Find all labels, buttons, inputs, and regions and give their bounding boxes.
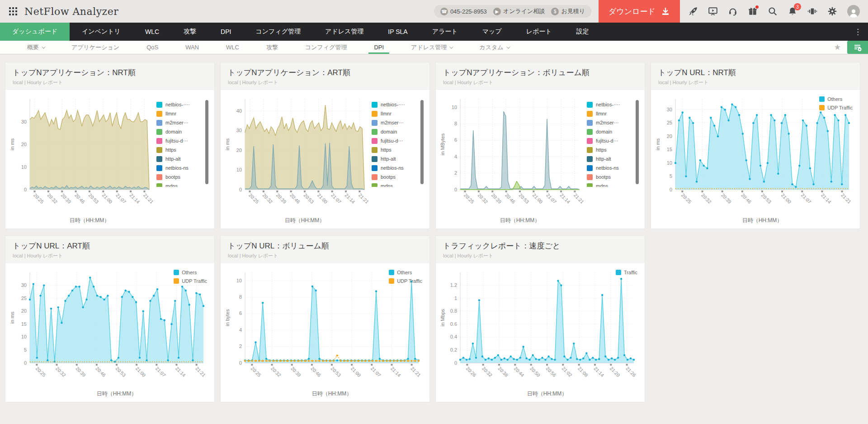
main-nav-item-2[interactable]: WLC: [133, 23, 171, 41]
legend-item[interactable]: mdns: [156, 181, 210, 187]
rocket-icon[interactable]: [688, 6, 698, 16]
nav-more-icon[interactable]: ⋮: [848, 23, 868, 41]
svg-text:in MBytes: in MBytes: [440, 133, 445, 155]
chart-title: トップN URL：ART順: [13, 241, 207, 251]
legend-item[interactable]: netbios-ns: [587, 163, 640, 172]
legend-item[interactable]: m2mser···: [372, 118, 425, 127]
legend-swatch: [372, 102, 377, 108]
legend-item[interactable]: llmnr: [156, 109, 210, 118]
legend-item[interactable]: http-alt: [156, 154, 210, 163]
sub-nav-item-4[interactable]: WLC: [212, 41, 253, 54]
legend-item[interactable]: Others: [174, 270, 207, 275]
sub-nav-item-8[interactable]: アドレス管理: [397, 41, 466, 54]
main-nav-item-7[interactable]: IP SLA: [376, 23, 420, 41]
legend-item[interactable]: m2mser···: [587, 118, 640, 127]
main-nav-item-1[interactable]: インベントリ: [70, 23, 133, 41]
legend-item[interactable]: mdns: [372, 181, 425, 187]
legend-item[interactable]: UDP Traffic: [389, 278, 422, 284]
gear-icon[interactable]: [827, 6, 837, 16]
legend-item[interactable]: bootps: [156, 172, 210, 181]
legend-scrollbar[interactable]: [636, 100, 639, 184]
favorite-star-icon[interactable]: ★: [834, 43, 841, 52]
phone-contact[interactable]: ☎ 045-225-8953: [440, 8, 487, 15]
svg-text:日時（HH:MM）: 日時（HH:MM）: [742, 217, 783, 224]
legend-scrollbar[interactable]: [420, 100, 424, 184]
sub-nav-item-3[interactable]: WAN: [172, 41, 212, 54]
download-button[interactable]: ダウンロード: [599, 0, 680, 23]
legend-swatch: [156, 120, 162, 126]
legend-item[interactable]: UDP Traffic: [819, 105, 853, 110]
legend-item[interactable]: netbios-ns: [156, 163, 210, 172]
apps-grid-icon[interactable]: [8, 6, 18, 16]
main-nav-item-5[interactable]: コンフィグ管理: [243, 23, 313, 41]
main-nav-item-6[interactable]: アドレス管理: [313, 23, 376, 41]
svg-text:20:25: 20:25: [248, 192, 260, 205]
legend-item[interactable]: llmnr: [587, 109, 640, 118]
add-dashboard-button[interactable]: [847, 41, 868, 54]
svg-text:21:14: 21:14: [559, 192, 571, 205]
legend-item[interactable]: netbios-····: [372, 100, 425, 109]
sub-nav-item-5[interactable]: 攻撃: [253, 41, 292, 54]
chart-legend: Traffic: [616, 270, 637, 275]
legend-item[interactable]: mdns: [587, 181, 640, 187]
legend-item[interactable]: https: [587, 145, 640, 154]
main-nav-item-8[interactable]: アラート: [420, 23, 470, 41]
legend-item[interactable]: https: [372, 145, 425, 154]
presentation-icon[interactable]: [708, 6, 718, 16]
svg-text:日時（HH:MM）: 日時（HH:MM）: [312, 391, 352, 397]
legend-item[interactable]: bootps: [587, 172, 640, 181]
sub-nav-item-9[interactable]: カスタム: [466, 41, 522, 54]
legend-item[interactable]: m2mser···: [156, 118, 210, 127]
legend-item[interactable]: http-alt: [372, 154, 425, 163]
chart-canvas: 20:2520:3220:3920:4620:5321:0021:0721:14…: [223, 93, 369, 225]
online-consult-link[interactable]: ▶ オンライン相談: [493, 7, 545, 15]
legend-item[interactable]: netbios-····: [156, 100, 210, 109]
legend-item[interactable]: bootps: [372, 172, 425, 181]
carousel-icon[interactable]: [807, 6, 817, 16]
legend-item[interactable]: netbios-ns: [372, 163, 425, 172]
main-nav-item-3[interactable]: 攻撃: [171, 23, 208, 41]
contact-pill: ☎ 045-225-8953 ▶ オンライン相談 $ お見積り: [434, 5, 591, 18]
legend-item[interactable]: domain: [587, 127, 640, 136]
main-nav-item-11[interactable]: 設定: [564, 23, 601, 41]
avatar[interactable]: [847, 5, 860, 18]
legend-label: Others: [827, 96, 842, 102]
sub-nav-item-7[interactable]: DPI: [360, 41, 397, 54]
legend-item[interactable]: Others: [389, 270, 422, 275]
legend-item[interactable]: netbios-····: [587, 100, 640, 109]
sub-nav-item-0[interactable]: 概要: [14, 41, 58, 54]
chart-canvas: 20:2520:3220:3920:4620:5321:0021:0721:14…: [223, 266, 423, 398]
headset-icon[interactable]: [728, 6, 738, 16]
legend-item[interactable]: fujitsu-d···: [372, 136, 425, 145]
svg-text:20:32: 20:32: [262, 192, 274, 205]
sub-nav-item-2[interactable]: QoS: [133, 41, 172, 54]
legend-item[interactable]: fujitsu-d···: [156, 136, 210, 145]
legend-label: llmnr: [165, 111, 176, 116]
svg-text:20:50: 20:50: [529, 366, 541, 378]
svg-text:日時（HH:MM）: 日時（HH:MM）: [500, 217, 540, 224]
legend-item[interactable]: https: [156, 145, 210, 154]
main-nav-item-10[interactable]: レポート: [514, 23, 564, 41]
legend-item[interactable]: llmnr: [372, 109, 425, 118]
gift-icon[interactable]: [748, 6, 758, 16]
main-nav-item-9[interactable]: マップ: [470, 23, 514, 41]
svg-text:6: 6: [239, 310, 242, 316]
legend-item[interactable]: domain: [156, 127, 210, 136]
legend-item[interactable]: Others: [819, 96, 853, 102]
svg-text:20:38: 20:38: [497, 366, 509, 378]
sub-nav-item-1[interactable]: アプリケーション: [58, 41, 133, 54]
svg-text:0.2: 0.2: [450, 347, 457, 353]
legend-scrollbar[interactable]: [205, 100, 208, 184]
chart-area: 20:2520:3220:3920:4620:5321:0021:0721:14…: [221, 263, 429, 402]
bell-icon[interactable]: 3: [788, 6, 797, 16]
main-nav-item-0[interactable]: ダッシュボード: [0, 23, 70, 41]
legend-item[interactable]: domain: [372, 127, 425, 136]
legend-item[interactable]: http-alt: [587, 154, 640, 163]
legend-item[interactable]: fujitsu-d···: [587, 136, 640, 145]
search-icon[interactable]: [768, 6, 778, 16]
quote-link[interactable]: $ お見積り: [551, 7, 585, 15]
legend-item[interactable]: Traffic: [616, 270, 637, 275]
legend-item[interactable]: UDP Traffic: [174, 278, 207, 284]
sub-nav-item-6[interactable]: コンフィグ管理: [292, 41, 361, 54]
main-nav-item-4[interactable]: DPI: [208, 23, 243, 41]
